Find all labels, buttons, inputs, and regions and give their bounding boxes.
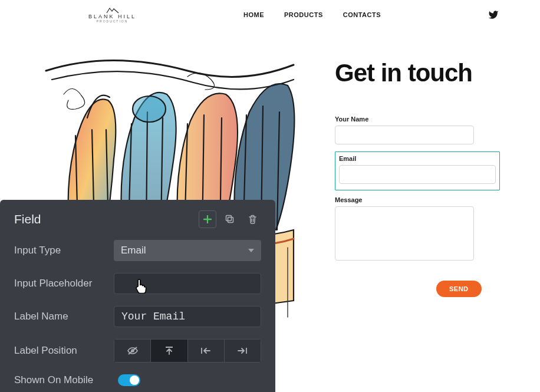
logo-text: BLANK HILL [88, 14, 136, 20]
label-position-segmented [114, 339, 261, 363]
shown-mobile-toggle[interactable] [118, 374, 140, 386]
placeholder-input[interactable] [114, 273, 261, 294]
delete-field-button[interactable] [243, 210, 261, 228]
nav-products[interactable]: PRODUCTS [284, 11, 323, 18]
row-shown-mobile: Shown On Mobile [14, 374, 261, 386]
row-input-type: Input Type Email [14, 240, 261, 261]
contact-form: Get in touch Your Name Email Message SEN… [335, 53, 500, 318]
row-label-position: Label Position [14, 339, 261, 363]
toggle-knob [130, 375, 139, 385]
mountain-icon [106, 6, 120, 14]
site-header: BLANK HILL PRODUCTION HOME PRODUCTS CONT… [0, 0, 540, 29]
name-input[interactable] [335, 126, 474, 144]
input-type-select[interactable]: Email [114, 240, 261, 261]
label-position-right[interactable] [224, 339, 261, 363]
form-title: Get in touch [335, 59, 500, 87]
svg-rect-17 [228, 218, 233, 223]
input-type-label: Input Type [14, 245, 114, 256]
field-message: Message [335, 196, 500, 263]
email-label: Email [339, 155, 496, 162]
panel-actions [199, 210, 261, 228]
copy-icon [225, 215, 235, 224]
logo-subtext: PRODUCTION [97, 19, 129, 23]
nav-home[interactable]: HOME [243, 11, 264, 18]
main-nav: HOME PRODUCTS CONTACTS [243, 11, 381, 18]
row-placeholder: Input Placeholder [14, 273, 261, 294]
add-field-button[interactable] [199, 210, 216, 228]
twitter-icon[interactable] [488, 9, 499, 20]
email-input[interactable] [339, 165, 496, 184]
placeholder-label: Input Placeholder [14, 278, 114, 289]
svg-rect-18 [226, 216, 232, 221]
duplicate-field-button[interactable] [221, 210, 239, 228]
panel-body: Input Type Email Input Placeholder Label… [0, 236, 275, 392]
field-name: Your Name [335, 116, 500, 144]
nav-contacts[interactable]: CONTACTS [343, 11, 381, 18]
send-button[interactable]: SEND [436, 281, 482, 297]
label-position-left[interactable] [187, 339, 224, 363]
logo[interactable]: BLANK HILL PRODUCTION [88, 6, 136, 24]
arrow-up-to-line-icon [164, 346, 174, 355]
label-name-label: Label Name [14, 311, 114, 322]
label-position-hidden[interactable] [114, 339, 150, 363]
svg-point-0 [133, 96, 166, 122]
panel-header: Field [0, 200, 275, 236]
trash-icon [248, 215, 257, 224]
panel-title: Field [14, 212, 41, 226]
message-input[interactable] [335, 206, 474, 261]
plus-icon [203, 215, 212, 223]
arrow-right-to-line-icon [237, 347, 248, 355]
row-label-name: Label Name [14, 306, 261, 327]
arrow-left-to-line-icon [200, 347, 211, 355]
input-type-value: Email [121, 245, 146, 256]
chevron-down-icon [248, 249, 254, 252]
shown-mobile-label: Shown On Mobile [14, 374, 118, 386]
label-position-label: Label Position [14, 345, 114, 357]
eye-off-icon [127, 347, 139, 355]
field-email[interactable]: Email [335, 151, 500, 190]
name-label: Your Name [335, 116, 500, 123]
field-editor-panel: Field Input Type Email Input Plac [0, 200, 275, 392]
message-label: Message [335, 196, 500, 203]
label-position-top[interactable] [150, 339, 187, 363]
label-name-input[interactable] [114, 306, 261, 327]
